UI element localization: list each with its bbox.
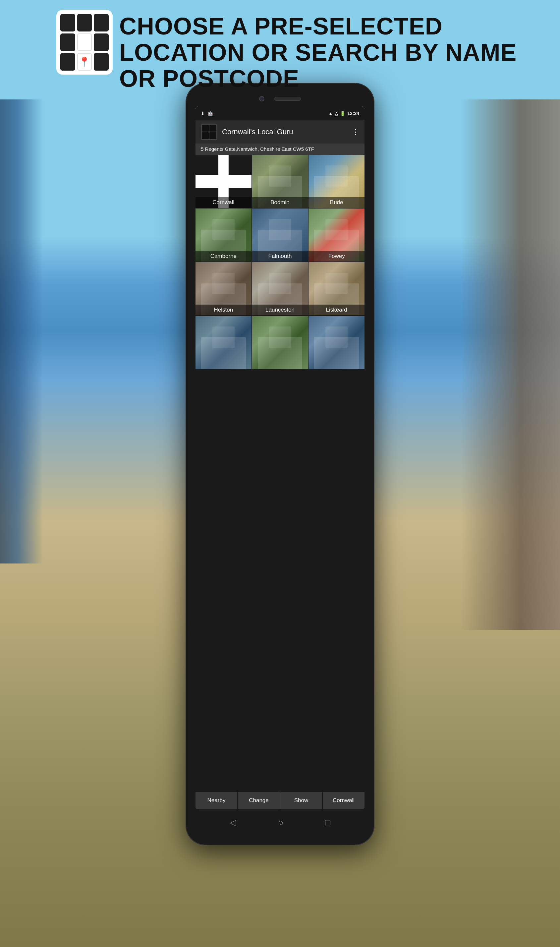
- app-logo: 📍: [56, 10, 113, 75]
- grid-label-liskeard: Liskeard: [309, 305, 365, 315]
- grid-item-bodmin[interactable]: Bodmin: [252, 155, 308, 208]
- phone-device: ⬇ 🤖 ▲ △ 🔋 12:24: [186, 83, 374, 845]
- logo-cell-1: [60, 14, 75, 31]
- grid-item-bude[interactable]: Bude: [309, 155, 365, 208]
- logo-cell-pin: 📍: [77, 53, 92, 71]
- grid-item-cornwall[interactable]: Cornwall: [195, 155, 251, 208]
- grid-label-fowey: Fowey: [309, 251, 365, 262]
- grid-item-helston[interactable]: Helston: [195, 262, 251, 315]
- grid-label-falmouth: Falmouth: [252, 251, 308, 262]
- logo-cell-3: [94, 14, 109, 31]
- logo-cell-2: [77, 14, 92, 31]
- bar-logo-cell-3: [202, 132, 209, 139]
- android-icon: 🤖: [208, 111, 213, 116]
- top-header: 📍 CHOOSE A PRE-SELECTED LOCATION OR SEAR…: [56, 10, 560, 92]
- front-camera: [259, 96, 265, 102]
- grid-item-row4a[interactable]: [195, 316, 251, 369]
- location-grid-area: Cornwall Bodmin Bude Ca: [195, 155, 365, 792]
- change-button[interactable]: Change: [238, 792, 280, 809]
- nearby-button[interactable]: Nearby: [195, 792, 237, 809]
- grid-item-camborne[interactable]: Camborne: [195, 208, 251, 262]
- phone-speaker: [274, 97, 301, 101]
- phone-screen: ⬇ 🤖 ▲ △ 🔋 12:24: [195, 106, 365, 809]
- grid-label-launceston: Launceston: [252, 305, 308, 315]
- grid-label-cornwall: Cornwall: [195, 197, 251, 208]
- grid-item-falmouth[interactable]: Falmouth: [252, 208, 308, 262]
- logo-cell-6: [94, 34, 109, 51]
- bar-logo-cell-1: [202, 125, 209, 132]
- grid-item-row4b[interactable]: [252, 316, 308, 369]
- location-grid: Cornwall Bodmin Bude Ca: [195, 155, 365, 369]
- address-text: 5 Regents Gate,Nantwich, Cheshire East C…: [201, 146, 314, 152]
- phone-top: [195, 93, 365, 106]
- grid-label-bude: Bude: [309, 197, 365, 208]
- home-button[interactable]: ○: [278, 818, 283, 828]
- status-time: 12:24: [347, 111, 359, 116]
- address-bar: 5 Regents Gate,Nantwich, Cheshire East C…: [195, 143, 365, 155]
- location-pin-icon: 📍: [78, 56, 90, 67]
- status-left-icons: ⬇ 🤖: [201, 111, 213, 116]
- signal-icon: △: [335, 111, 338, 116]
- row4b-photo: [252, 316, 308, 369]
- app-bar: Cornwall's Local Guru ⋮: [195, 120, 365, 143]
- row4a-photo: [195, 316, 251, 369]
- grid-item-fowey[interactable]: Fowey: [309, 208, 365, 262]
- phone-nav-bar: ◁ ○ □: [195, 809, 365, 836]
- recent-apps-button[interactable]: □: [325, 818, 330, 828]
- grid-label-bodmin: Bodmin: [252, 197, 308, 208]
- grid-item-row4c[interactable]: [309, 316, 365, 369]
- bar-logo-cell-2: [209, 125, 216, 132]
- cornwall-button[interactable]: Cornwall: [323, 792, 365, 809]
- logo-cell-5: [77, 34, 92, 51]
- back-button[interactable]: ◁: [230, 818, 236, 828]
- app-bar-title: Cornwall's Local Guru: [222, 128, 347, 136]
- bottom-buttons-bar: Nearby Change Show Cornwall: [195, 792, 365, 809]
- header-title: CHOOSE A PRE-SELECTED LOCATION OR SEARCH…: [119, 10, 560, 92]
- logo-cell-9: [94, 53, 109, 71]
- cliff-left-decoration: [0, 99, 43, 564]
- grid-label-helston: Helston: [195, 305, 251, 315]
- logo-cell-4: [60, 34, 75, 51]
- show-button[interactable]: Show: [280, 792, 322, 809]
- status-right-icons: ▲ △ 🔋 12:24: [328, 111, 359, 116]
- battery-icon: 🔋: [340, 111, 345, 116]
- grid-label-camborne: Camborne: [195, 251, 251, 262]
- grid-item-launceston[interactable]: Launceston: [252, 262, 308, 315]
- logo-cell-7: [60, 53, 75, 71]
- cliff-right-decoration: [461, 99, 560, 630]
- download-icon: ⬇: [201, 111, 205, 116]
- app-bar-logo: [201, 124, 217, 140]
- wifi-icon: ▲: [328, 111, 333, 116]
- overflow-menu-icon[interactable]: ⋮: [352, 128, 359, 136]
- grid-item-liskeard[interactable]: Liskeard: [309, 262, 365, 315]
- phone-wrapper: ⬇ 🤖 ▲ △ 🔋 12:24: [186, 83, 374, 845]
- status-bar: ⬇ 🤖 ▲ △ 🔋 12:24: [195, 106, 365, 120]
- bar-logo-cell-4: [209, 132, 216, 139]
- row4c-photo: [309, 316, 365, 369]
